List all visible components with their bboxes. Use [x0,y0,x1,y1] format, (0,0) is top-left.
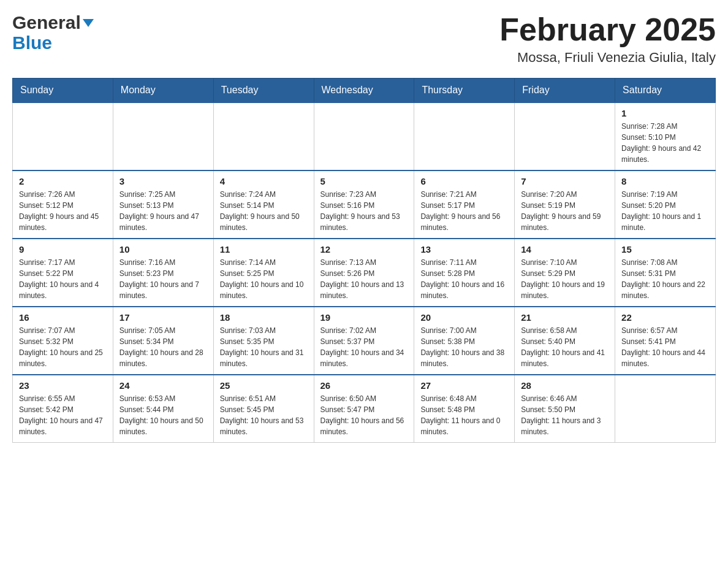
day-info: Sunrise: 6:50 AMSunset: 5:47 PMDaylight:… [320,393,408,437]
calendar-cell: 3Sunrise: 7:25 AMSunset: 5:13 PMDaylight… [113,170,213,239]
day-number: 27 [420,380,508,391]
calendar-table: SundayMondayTuesdayWednesdayThursdayFrid… [12,78,716,443]
day-number: 28 [521,380,609,391]
day-info: Sunrise: 7:10 AMSunset: 5:29 PMDaylight:… [521,257,609,301]
calendar-cell: 21Sunrise: 6:58 AMSunset: 5:40 PMDayligh… [515,307,615,375]
calendar-cell: 26Sunrise: 6:50 AMSunset: 5:47 PMDayligh… [314,375,414,443]
calendar-week-row: 9Sunrise: 7:17 AMSunset: 5:22 PMDaylight… [13,239,716,307]
calendar-cell: 23Sunrise: 6:55 AMSunset: 5:42 PMDayligh… [13,375,113,443]
calendar-cell: 9Sunrise: 7:17 AMSunset: 5:22 PMDaylight… [13,239,113,307]
title-section: February 2025 Mossa, Friuli Venezia Giul… [499,12,716,66]
day-number: 1 [621,108,709,118]
day-number: 22 [621,312,709,323]
day-info: Sunrise: 7:17 AMSunset: 5:22 PMDaylight:… [19,257,107,301]
day-info: Sunrise: 7:02 AMSunset: 5:37 PMDaylight:… [320,325,408,369]
day-number: 25 [220,380,308,391]
calendar-cell: 24Sunrise: 6:53 AMSunset: 5:44 PMDayligh… [113,375,213,443]
calendar-cell: 17Sunrise: 7:05 AMSunset: 5:34 PMDayligh… [113,307,213,375]
month-title: February 2025 [499,12,716,47]
day-number: 23 [19,380,107,391]
day-info: Sunrise: 7:08 AMSunset: 5:31 PMDaylight:… [621,257,709,301]
calendar-week-row: 16Sunrise: 7:07 AMSunset: 5:32 PMDayligh… [13,307,716,375]
day-number: 11 [220,244,308,255]
day-info: Sunrise: 7:28 AMSunset: 5:10 PMDaylight:… [621,121,709,165]
calendar-cell [515,102,615,170]
day-number: 17 [119,312,207,323]
day-number: 19 [320,312,408,323]
weekday-header-thursday: Thursday [414,79,515,103]
location-title: Mossa, Friuli Venezia Giulia, Italy [499,50,716,66]
day-info: Sunrise: 7:21 AMSunset: 5:17 PMDaylight:… [420,189,508,233]
day-number: 3 [119,176,207,186]
weekday-header-saturday: Saturday [615,79,716,103]
calendar-cell: 5Sunrise: 7:23 AMSunset: 5:16 PMDaylight… [314,170,414,239]
day-info: Sunrise: 6:58 AMSunset: 5:40 PMDaylight:… [521,325,609,369]
day-info: Sunrise: 6:48 AMSunset: 5:48 PMDaylight:… [420,393,508,437]
calendar-cell [314,102,414,170]
calendar-cell: 11Sunrise: 7:14 AMSunset: 5:25 PMDayligh… [213,239,314,307]
calendar-cell: 6Sunrise: 7:21 AMSunset: 5:17 PMDaylight… [414,170,515,239]
day-info: Sunrise: 7:25 AMSunset: 5:13 PMDaylight:… [119,189,207,233]
day-number: 13 [420,244,508,255]
calendar-cell [615,375,716,443]
day-number: 5 [320,176,408,186]
day-info: Sunrise: 7:03 AMSunset: 5:35 PMDaylight:… [220,325,308,369]
day-number: 2 [19,176,107,186]
weekday-header-sunday: Sunday [13,79,113,103]
day-info: Sunrise: 7:05 AMSunset: 5:34 PMDaylight:… [119,325,207,369]
calendar-cell: 7Sunrise: 7:20 AMSunset: 5:19 PMDaylight… [515,170,615,239]
weekday-header-wednesday: Wednesday [314,79,414,103]
day-number: 12 [320,244,408,255]
calendar-cell: 22Sunrise: 6:57 AMSunset: 5:41 PMDayligh… [615,307,716,375]
calendar-cell: 15Sunrise: 7:08 AMSunset: 5:31 PMDayligh… [615,239,716,307]
calendar-cell: 28Sunrise: 6:46 AMSunset: 5:50 PMDayligh… [515,375,615,443]
day-number: 26 [320,380,408,391]
day-number: 7 [521,176,609,186]
calendar-cell [13,102,113,170]
day-number: 10 [119,244,207,255]
calendar-cell: 18Sunrise: 7:03 AMSunset: 5:35 PMDayligh… [213,307,314,375]
day-info: Sunrise: 6:51 AMSunset: 5:45 PMDaylight:… [220,393,308,437]
day-info: Sunrise: 7:26 AMSunset: 5:12 PMDaylight:… [19,189,107,233]
logo-blue: Blue [12,33,52,53]
calendar-cell [414,102,515,170]
day-info: Sunrise: 7:11 AMSunset: 5:28 PMDaylight:… [420,257,508,301]
logo: General Blue [12,12,94,53]
day-info: Sunrise: 7:07 AMSunset: 5:32 PMDaylight:… [19,325,107,369]
calendar-cell: 14Sunrise: 7:10 AMSunset: 5:29 PMDayligh… [515,239,615,307]
day-number: 21 [521,312,609,323]
day-number: 14 [521,244,609,255]
day-info: Sunrise: 6:57 AMSunset: 5:41 PMDaylight:… [621,325,709,369]
day-info: Sunrise: 7:00 AMSunset: 5:38 PMDaylight:… [420,325,508,369]
calendar-week-row: 2Sunrise: 7:26 AMSunset: 5:12 PMDaylight… [13,170,716,239]
day-info: Sunrise: 7:16 AMSunset: 5:23 PMDaylight:… [119,257,207,301]
day-info: Sunrise: 7:23 AMSunset: 5:16 PMDaylight:… [320,189,408,233]
day-info: Sunrise: 6:55 AMSunset: 5:42 PMDaylight:… [19,393,107,437]
weekday-header-tuesday: Tuesday [213,79,314,103]
day-info: Sunrise: 7:14 AMSunset: 5:25 PMDaylight:… [220,257,308,301]
day-info: Sunrise: 7:19 AMSunset: 5:20 PMDaylight:… [621,189,709,233]
calendar-week-row: 1Sunrise: 7:28 AMSunset: 5:10 PMDaylight… [13,102,716,170]
logo-general: General [12,12,94,33]
page-header: General Blue February 2025 Mossa, Friuli… [12,12,716,66]
calendar-cell: 4Sunrise: 7:24 AMSunset: 5:14 PMDaylight… [213,170,314,239]
calendar-cell: 16Sunrise: 7:07 AMSunset: 5:32 PMDayligh… [13,307,113,375]
calendar-cell [213,102,314,170]
calendar-cell: 1Sunrise: 7:28 AMSunset: 5:10 PMDaylight… [615,102,716,170]
day-info: Sunrise: 6:46 AMSunset: 5:50 PMDaylight:… [521,393,609,437]
weekday-header-monday: Monday [113,79,213,103]
day-info: Sunrise: 7:13 AMSunset: 5:26 PMDaylight:… [320,257,408,301]
day-number: 9 [19,244,107,255]
day-info: Sunrise: 6:53 AMSunset: 5:44 PMDaylight:… [119,393,207,437]
day-number: 4 [220,176,308,186]
day-number: 15 [621,244,709,255]
day-number: 20 [420,312,508,323]
weekday-header-row: SundayMondayTuesdayWednesdayThursdayFrid… [13,79,716,103]
calendar-cell: 25Sunrise: 6:51 AMSunset: 5:45 PMDayligh… [213,375,314,443]
day-info: Sunrise: 7:20 AMSunset: 5:19 PMDaylight:… [521,189,609,233]
calendar-week-row: 23Sunrise: 6:55 AMSunset: 5:42 PMDayligh… [13,375,716,443]
calendar-cell [113,102,213,170]
calendar-cell: 13Sunrise: 7:11 AMSunset: 5:28 PMDayligh… [414,239,515,307]
day-number: 18 [220,312,308,323]
calendar-cell: 27Sunrise: 6:48 AMSunset: 5:48 PMDayligh… [414,375,515,443]
